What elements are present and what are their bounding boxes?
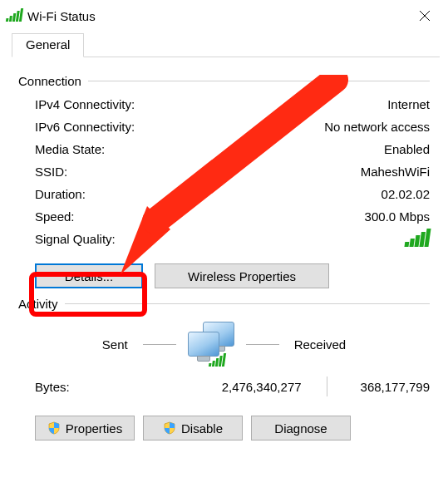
divider <box>65 303 430 304</box>
ipv4-connectivity-value: Internet <box>387 97 430 111</box>
properties-button[interactable]: Properties <box>35 416 135 440</box>
window-title: Wi-Fi Status <box>27 9 96 23</box>
close-button[interactable] <box>408 3 441 28</box>
duration-label: Duration: <box>35 187 86 201</box>
divider <box>246 344 279 345</box>
close-icon <box>419 10 431 22</box>
details-button[interactable]: Details... <box>35 263 143 288</box>
disable-button[interactable]: Disable <box>143 416 243 440</box>
signal-bars-icon <box>209 353 226 367</box>
media-state-value: Enabled <box>384 142 430 156</box>
group-connection-label: Connection <box>18 74 81 88</box>
shield-icon <box>47 421 61 435</box>
ssid-value: MaheshWiFi <box>361 165 430 179</box>
disable-button-label: Disable <box>181 421 223 436</box>
divider <box>143 344 176 345</box>
sent-label: Sent <box>96 337 135 352</box>
bytes-sent-value: 2,476,340,277 <box>222 380 302 394</box>
bytes-label: Bytes: <box>35 380 70 394</box>
ipv4-connectivity-label: IPv4 Connectivity: <box>35 97 135 111</box>
network-activity-icon <box>185 322 238 367</box>
media-state-label: Media State: <box>35 142 105 156</box>
tab-general[interactable]: General <box>12 33 84 57</box>
divider <box>327 376 327 396</box>
ipv6-connectivity-value: No network access <box>324 120 430 134</box>
diagnose-button[interactable]: Diagnose <box>251 416 351 440</box>
received-label: Received <box>288 337 353 352</box>
shield-icon <box>163 421 176 435</box>
ipv6-connectivity-label: IPv6 Connectivity: <box>35 120 135 134</box>
signal-quality-value <box>406 229 430 249</box>
bytes-received-value: 368,177,799 <box>361 380 430 394</box>
duration-value: 02.02.02 <box>382 187 430 201</box>
wifi-icon <box>7 8 22 24</box>
signal-quality-label: Signal Quality: <box>35 232 116 246</box>
signal-bars-icon <box>404 229 431 247</box>
speed-value: 300.0 Mbps <box>365 209 430 224</box>
properties-button-label: Properties <box>66 421 122 436</box>
divider <box>88 81 430 81</box>
group-activity-label: Activity <box>18 297 58 311</box>
speed-label: Speed: <box>35 209 75 224</box>
ssid-label: SSID: <box>35 165 67 179</box>
wireless-properties-button[interactable]: Wireless Properties <box>155 263 329 288</box>
